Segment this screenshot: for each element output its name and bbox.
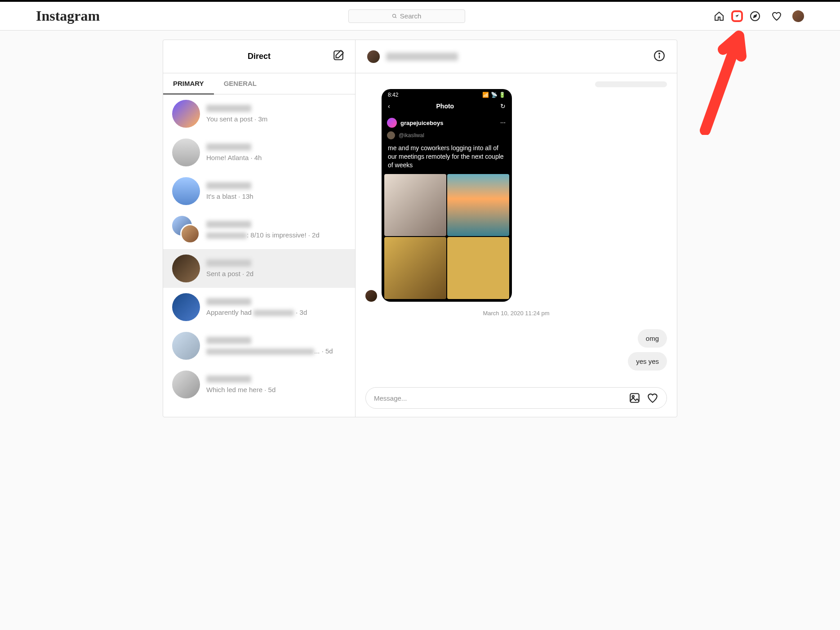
profile-avatar[interactable] — [792, 10, 804, 22]
refresh-icon: ↻ — [500, 103, 506, 110]
conversation-item[interactable]: Which led me here · 5d — [163, 365, 355, 404]
instagram-logo[interactable]: Instagram — [36, 8, 100, 24]
conversation-item[interactable]: It's a blast · 13h — [163, 172, 355, 210]
conversation-preview: It's a blast · 13h — [206, 192, 253, 200]
chat-header — [356, 40, 677, 73]
messages-icon[interactable] — [731, 10, 743, 22]
sent-message: yes yes — [628, 352, 667, 371]
tab-general[interactable]: GENERAL — [214, 73, 267, 94]
phone-nav: ‹ Photo ↻ — [382, 100, 512, 114]
activity-icon[interactable] — [771, 10, 782, 22]
conversation-list: You sent a post · 3mHome! Atlanta · 4hIt… — [163, 94, 355, 417]
conversation-item[interactable]: Home! Atlanta · 4h — [163, 133, 355, 172]
sender-avatar[interactable] — [365, 290, 377, 302]
poster-name: grapejuiceboys — [400, 120, 443, 126]
conversation-avatar — [172, 139, 200, 166]
conversation-preview: Apparently had · 3d — [206, 308, 307, 316]
conversation-avatar — [172, 100, 200, 128]
info-button[interactable] — [653, 50, 665, 63]
post-image-grid — [382, 174, 512, 302]
messages: 8:42 📶 📡 🔋 ‹ Photo ↻ grapejuiceboys ⋯ — [356, 73, 677, 379]
conversation-name — [206, 221, 251, 228]
conversation-name — [206, 375, 251, 383]
inbox-tabs: PRIMARY GENERAL — [163, 73, 355, 94]
chat-header-name[interactable] — [386, 53, 458, 61]
conversation-preview: Sent a post · 2d — [206, 270, 253, 277]
phone-status-icons: 📶 📡 🔋 — [482, 92, 506, 98]
chat-pane: 8:42 📶 📡 🔋 ‹ Photo ↻ grapejuiceboys ⋯ — [356, 40, 677, 417]
search-placeholder: Search — [400, 12, 422, 20]
sidebar: Direct PRIMARY GENERAL You sent a post ·… — [163, 40, 356, 417]
timestamp: March 10, 2020 11:24 pm — [365, 310, 667, 317]
phone-nav-title: Photo — [436, 103, 454, 110]
conversation-item[interactable]: : 8/10 is impressive! · 2d — [163, 210, 355, 249]
message-input[interactable] — [374, 394, 622, 402]
post-sub: @ikasliwal — [382, 131, 512, 142]
conversation-preview: ... · 5d — [206, 347, 333, 355]
composer-row — [365, 387, 667, 409]
phone-time: 8:42 — [388, 92, 398, 98]
info-icon — [653, 50, 665, 62]
conversation-preview: Which led me here · 5d — [206, 386, 276, 393]
search-icon — [392, 13, 397, 19]
conversation-name — [206, 182, 251, 189]
meme-tile — [384, 237, 446, 299]
conversation-item[interactable]: Apparently had · 3d — [163, 288, 355, 326]
conversation-preview: You sent a post · 3m — [206, 115, 267, 123]
prev-message-fragment — [595, 81, 667, 87]
top-nav: Instagram Search — [0, 2, 840, 31]
conversation-avatar — [172, 293, 200, 321]
tab-primary[interactable]: PRIMARY — [163, 73, 214, 94]
sub-avatar — [387, 131, 395, 139]
sidebar-title: Direct — [248, 52, 271, 61]
post-text: me and my coworkers logging into all of … — [382, 142, 512, 174]
conversation-item[interactable]: Sent a post · 2d — [163, 249, 355, 288]
arrow-annotation — [696, 27, 750, 135]
phone-card[interactable]: 8:42 📶 📡 🔋 ‹ Photo ↻ grapejuiceboys ⋯ — [382, 89, 512, 302]
svg-rect-7 — [630, 393, 639, 402]
search-input[interactable]: Search — [348, 9, 465, 23]
conversation-item[interactable]: ... · 5d — [163, 326, 355, 365]
nav-icons — [713, 10, 804, 22]
sub-handle: @ikasliwal — [399, 132, 424, 139]
conversation-avatar — [172, 177, 200, 205]
conversation-item[interactable]: You sent a post · 3m — [163, 94, 355, 133]
conversation-name — [206, 298, 251, 305]
sidebar-header: Direct — [163, 40, 355, 73]
conversation-name — [206, 143, 251, 151]
meme-tile — [384, 174, 446, 236]
svg-point-8 — [632, 396, 634, 398]
conversation-preview: Home! Atlanta · 4h — [206, 154, 262, 161]
conversation-name — [206, 105, 251, 112]
meme-tile — [447, 237, 509, 299]
poster-avatar — [387, 118, 397, 128]
composer — [356, 379, 677, 417]
back-icon: ‹ — [388, 103, 390, 110]
more-icon: ⋯ — [500, 120, 507, 126]
home-icon[interactable] — [713, 10, 725, 22]
svg-line-1 — [395, 17, 396, 18]
conversation-avatar — [172, 216, 200, 244]
phone-status-bar: 8:42 📶 📡 🔋 — [382, 89, 512, 100]
compose-button[interactable] — [333, 49, 344, 63]
post-header: grapejuiceboys ⋯ — [382, 114, 512, 131]
conversation-name — [206, 259, 251, 267]
main-container: Direct PRIMARY GENERAL You sent a post ·… — [163, 40, 677, 417]
conversation-avatar — [172, 371, 200, 398]
explore-icon[interactable] — [749, 10, 761, 22]
meme-tile — [447, 174, 509, 236]
svg-point-0 — [392, 14, 396, 17]
compose-icon — [333, 49, 344, 61]
conversation-avatar — [172, 255, 200, 282]
svg-point-6 — [659, 53, 660, 54]
shared-post: 8:42 📶 📡 🔋 ‹ Photo ↻ grapejuiceboys ⋯ — [365, 89, 667, 302]
photo-icon[interactable] — [629, 392, 640, 404]
sent-message: omg — [638, 329, 667, 348]
conversation-preview: : 8/10 is impressive! · 2d — [206, 231, 320, 239]
conversation-avatar — [172, 332, 200, 360]
chat-header-avatar[interactable] — [367, 50, 380, 63]
conversation-name — [206, 337, 251, 344]
heart-icon[interactable] — [647, 392, 658, 404]
